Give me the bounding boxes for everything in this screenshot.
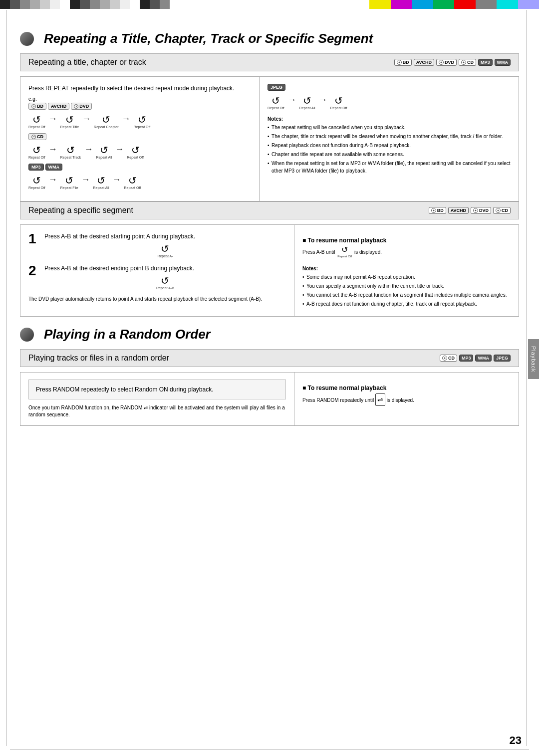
cd-disc-icon3: [442, 356, 447, 361]
section1-title-row: Repeating a Title, Chapter, Track or Spe…: [20, 31, 519, 46]
jpeg-arrow2: →: [318, 95, 327, 105]
subsection1-header: Repeating a title, chapter or track BD A…: [20, 53, 519, 71]
format-bd: BD: [28, 103, 46, 110]
note2: The chapter, title or track repeat will …: [268, 133, 511, 140]
section2-right: ■ To resume normal playback Press RANDOM…: [294, 373, 519, 425]
left-border: [6, 10, 6, 746]
section2-title-circle: [20, 328, 34, 342]
badge-avchd2: AVCHD: [448, 207, 469, 214]
note2-4: A-B repeat does not function during chap…: [302, 300, 511, 308]
swatch-gray: [476, 0, 497, 9]
rep-icon-chapter: ↺ Repeat Chapter: [94, 115, 118, 129]
badge-bd2: BD: [429, 207, 446, 214]
bd-disc-icon: [397, 60, 402, 65]
cd-rep-off1: ↺ Repeat Off: [28, 145, 45, 159]
rep-icon-off1: ↺ Repeat Off: [28, 115, 45, 129]
subsection2-header: Repeating a specific segment BD AVCHD DV…: [20, 201, 519, 219]
badge-dvd2: DVD: [471, 207, 491, 214]
step2-icon: ↺ Repeat A-B: [44, 276, 286, 290]
random-resume-section: ■ To resume normal playback Press RANDOM…: [302, 384, 511, 406]
section2-title-row: Playing in a Random Order: [20, 327, 519, 342]
format-mp3: MP3: [28, 164, 44, 171]
gradient-bar: [0, 0, 170, 9]
mp3-rep-off2: ↺ Repeat Off: [124, 176, 141, 189]
mp3-wma-badge-row: MP3 WMA: [28, 164, 251, 171]
format-dvd: DVD: [71, 103, 92, 110]
subsection1-right: JPEG ↺ Repeat Off → ↺ Repeat All → ↺ Rep…: [260, 77, 519, 201]
swatch-yellow: [369, 0, 391, 9]
subsection2-content: 1 Press A-B at the desired starting poin…: [20, 224, 519, 317]
subsection3-badges: CD MP3 WMA JPEG: [440, 355, 511, 362]
jpeg-repeat-seq: ↺ Repeat Off → ↺ Repeat All → ↺ Repeat O…: [268, 95, 511, 110]
cd-disc-icon2: [496, 208, 501, 213]
random-resume-title: ■ To resume normal playback: [302, 384, 511, 391]
badge-mp3: MP3: [478, 59, 493, 66]
cd-disc-icon: [461, 60, 466, 65]
arrow2: →: [82, 114, 91, 124]
format-cd: CD: [28, 133, 46, 140]
playback-tab: Playback: [528, 339, 539, 379]
notes2-label: Notes:: [302, 266, 511, 271]
resume-section: ■ To resume normal playback Press A-B un…: [302, 237, 511, 259]
swatch-cyan: [412, 0, 433, 9]
dvd-disc-icon: [439, 60, 444, 65]
badge-wma-3: WMA: [475, 355, 492, 362]
resume-text: Press A-B until ↺ Repeat Off is displaye…: [302, 246, 511, 259]
cd-badge-row: CD: [28, 133, 251, 140]
swatch-blue: [518, 0, 539, 9]
bd-avchd-dvd-badges: BD AVCHD DVD: [28, 103, 251, 110]
cd-arrow2: →: [84, 144, 93, 155]
note2-2: You can specify a segment only within th…: [302, 282, 511, 290]
jpeg-rep-off2: ↺ Repeat Off: [330, 96, 347, 110]
format-wma: WMA: [45, 164, 63, 171]
badge-cd3: CD: [440, 355, 457, 362]
page-content: Repeating a Title, Chapter, Track or Spe…: [0, 11, 539, 456]
cd-arrow3: →: [115, 144, 124, 155]
swatch-red: [454, 0, 476, 9]
rep-icon-off2: ↺ Repeat Off: [134, 115, 151, 129]
jpeg-rep-off1: ↺ Repeat Off: [268, 96, 284, 110]
section2-content: Press RANDOM repeatedly to select Random…: [20, 372, 519, 426]
swatch-green: [433, 0, 455, 9]
note1: The repeat setting will be cancelled whe…: [268, 124, 511, 131]
note4: Chapter and title repeat are not availab…: [268, 151, 511, 158]
badge-avchd: AVCHD: [414, 59, 434, 66]
mp3-arrow3: →: [112, 175, 121, 185]
note2-3: You cannot set the A-B repeat function f…: [302, 291, 511, 299]
swatch-magenta: [391, 0, 412, 9]
random-desc: Once you turn RANDOM function on, the RA…: [28, 404, 286, 418]
mp3-rep-file: ↺ Repeat File: [60, 176, 78, 189]
arrow3: →: [122, 114, 131, 124]
bottom-border: [10, 750, 529, 750]
subsection3-title: Playing tracks or files in a random orde…: [28, 354, 169, 363]
playback-tab-label: Playback: [531, 346, 537, 373]
mp3-repeat-seq: ↺ Repeat Off → ↺ Repeat File → ↺ Repeat …: [28, 175, 251, 190]
step2: 2 Press A-B at the desired ending point …: [28, 264, 286, 290]
badge-mp3-3: MP3: [459, 355, 474, 362]
step1-icon: ↺ Repeat A-: [44, 244, 286, 258]
note3: Repeat playback does not function during…: [268, 142, 511, 149]
badge-jpeg-3: JPEG: [494, 355, 511, 362]
note5: When the repeat setting is set for a MP3…: [268, 160, 511, 175]
swatch-teal: [497, 0, 518, 9]
subsection1-content: Press REPEAT repeatedly to select the de…: [20, 76, 519, 201]
jpeg-arrow1: →: [287, 95, 296, 105]
resume-title: ■ To resume normal playback: [302, 237, 511, 244]
bd-disc-icon2: [431, 208, 436, 213]
subsection3-header: Playing tracks or files in a random orde…: [20, 349, 519, 367]
arrow1: →: [48, 114, 57, 124]
badge-cd: CD: [459, 59, 476, 66]
badge-dvd: DVD: [436, 59, 457, 66]
step1-text: Press A-B at the desired starting point …: [44, 232, 286, 241]
cd-rep-all: ↺ Repeat All: [96, 145, 112, 159]
random-press-box: Press RANDOM repeatedly to select Random…: [28, 379, 286, 399]
mp3-rep-off1: ↺ Repeat Off: [28, 176, 45, 189]
section2-title: Playing in a Random Order: [38, 327, 211, 342]
badge-cd2: CD: [493, 207, 511, 214]
subsection2-right: ■ To resume normal playback Press A-B un…: [294, 225, 519, 316]
mp3-rep-all: ↺ Repeat All: [93, 176, 109, 189]
step1: 1 Press A-B at the desired starting poin…: [28, 232, 286, 258]
bd-repeat-seq: ↺ Repeat Off → ↺ Repeat Title → ↺ Repeat…: [28, 114, 251, 129]
step2-content: Press A-B at the desired ending point B …: [44, 264, 286, 290]
spacer: [170, 0, 369, 9]
